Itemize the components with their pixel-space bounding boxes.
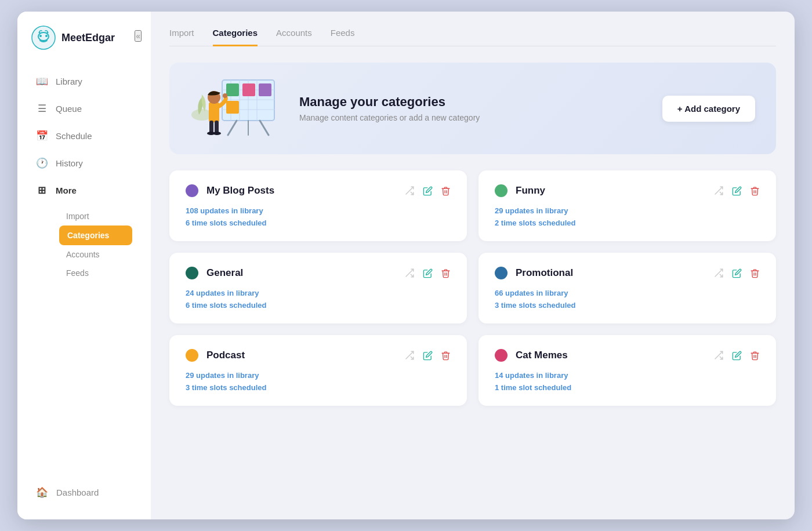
category-updates-my-blog-posts[interactable]: 108 updates in library [186,206,451,215]
tabs-bar: Import Categories Accounts Feeds [169,28,776,46]
svg-rect-16 [242,83,255,96]
more-icon: ⊞ [36,184,48,197]
categories-grid: My Blog Posts [169,170,776,406]
card-title-section-promotional: Promotional [495,267,573,279]
edit-icon-general[interactable] [423,268,433,278]
svg-rect-15 [226,83,239,96]
banner-subtitle: Manage content categories or add a new c… [299,113,662,122]
queue-icon: ☰ [36,103,48,115]
category-name-cat-memes: Cat Memes [516,350,568,361]
card-header-promotional: Promotional [495,267,760,279]
card-actions-promotional [713,268,760,278]
shuffle-icon-promotional[interactable] [713,268,724,278]
category-timeslots-podcast[interactable]: 3 time slots scheduled [186,383,451,392]
sidebar-item-label-history: History [56,158,83,168]
card-title-section-funny: Funny [495,184,545,197]
delete-icon-podcast[interactable] [441,351,451,361]
svg-point-28 [213,132,221,135]
sidebar-item-label-more: More [56,186,77,195]
submenu-item-accounts[interactable]: Accounts [59,245,132,264]
category-card-general: General [169,253,467,323]
sidebar-item-schedule[interactable]: 📅 Schedule [27,123,142,149]
sidebar-item-label-schedule: Schedule [56,131,92,141]
svg-rect-25 [209,121,213,133]
logo-area: MeetEdgar [17,26,151,68]
delete-icon-cat-memes[interactable] [750,351,760,361]
category-timeslots-my-blog-posts[interactable]: 6 time slots scheduled [186,219,451,227]
schedule-icon: 📅 [36,130,48,142]
banner-title: Manage your categories [299,94,662,110]
category-updates-podcast[interactable]: 29 updates in library [186,371,451,380]
sidebar-item-history[interactable]: 🕐 History [27,150,142,176]
svg-rect-26 [215,121,219,133]
category-timeslots-cat-memes[interactable]: 1 time slot scheduled [495,383,760,392]
delete-icon-my-blog-posts[interactable] [441,186,451,196]
tab-accounts[interactable]: Accounts [276,28,312,46]
category-name-general: General [206,267,243,279]
app-container: MeetEdgar « 📖 Library ☰ Queue 📅 Schedule… [17,12,795,519]
edit-icon-my-blog-posts[interactable] [423,186,433,196]
tab-import[interactable]: Import [169,28,194,46]
library-icon: 📖 [36,75,48,88]
category-timeslots-funny[interactable]: 2 time slots scheduled [495,219,760,227]
svg-point-3 [45,35,48,37]
edit-icon-cat-memes[interactable] [732,351,742,361]
svg-point-2 [39,35,42,37]
card-actions-funny [713,186,760,196]
card-header-my-blog-posts: My Blog Posts [186,184,451,197]
submenu-item-categories[interactable]: Categories [59,226,132,245]
category-color-dot-podcast [186,349,198,362]
category-name-funny: Funny [516,185,545,197]
category-card-funny: Funny [478,170,776,241]
category-updates-funny[interactable]: 29 updates in library [495,206,760,215]
sidebar-item-library[interactable]: 📖 Library [27,68,142,94]
edit-icon-podcast[interactable] [423,351,433,361]
card-header-cat-memes: Cat Memes [495,349,760,362]
category-color-dot-cat-memes [495,349,507,362]
history-icon: 🕐 [36,157,48,169]
delete-icon-general[interactable] [441,268,451,278]
shuffle-icon-my-blog-posts[interactable] [404,186,415,196]
submenu-item-feeds[interactable]: Feeds [59,264,132,282]
tab-categories[interactable]: Categories [213,28,258,46]
category-card-cat-memes: Cat Memes [478,335,776,406]
shuffle-icon-general[interactable] [404,268,415,278]
category-updates-general[interactable]: 24 updates in library [186,289,451,297]
category-card-my-blog-posts: My Blog Posts [169,170,467,241]
category-card-promotional: Promotional [478,253,776,323]
logo-text: MeetEdgar [61,32,115,44]
sidebar-item-more[interactable]: ⊞ More [27,177,142,203]
main-content: Import Categories Accounts Feeds [151,12,795,519]
edit-icon-funny[interactable] [732,186,742,196]
card-header-funny: Funny [495,184,760,197]
card-actions-cat-memes [713,350,760,361]
svg-point-0 [32,26,55,49]
add-category-button[interactable]: + Add category [662,96,755,122]
collapse-button[interactable]: « [135,30,142,42]
sidebar-item-label-queue: Queue [56,104,82,114]
category-timeslots-general[interactable]: 6 time slots scheduled [186,301,451,310]
submenu: Import Categories Accounts Feeds [27,205,142,287]
submenu-item-import[interactable]: Import [59,207,132,226]
card-title-section-podcast: Podcast [186,349,245,362]
svg-point-24 [223,93,227,98]
category-timeslots-promotional[interactable]: 3 time slots scheduled [495,301,760,310]
sidebar-item-dashboard[interactable]: 🏠 Dashboard [17,479,151,505]
delete-icon-promotional[interactable] [750,268,760,278]
card-title-section-cat-memes: Cat Memes [495,349,568,362]
sidebar-item-queue[interactable]: ☰ Queue [27,96,142,122]
shuffle-icon-cat-memes[interactable] [713,350,724,361]
card-title-section-my-blog-posts: My Blog Posts [186,184,274,197]
category-updates-cat-memes[interactable]: 14 updates in library [495,371,760,380]
tab-feeds[interactable]: Feeds [331,28,355,46]
delete-icon-funny[interactable] [750,186,760,196]
banner-illustration [190,63,283,138]
category-color-dot-promotional [495,267,507,279]
category-card-podcast: Podcast [169,335,467,406]
edit-icon-promotional[interactable] [732,268,742,278]
shuffle-icon-podcast[interactable] [404,350,415,361]
category-name-podcast: Podcast [206,350,245,361]
shuffle-icon-funny[interactable] [713,186,724,196]
category-updates-promotional[interactable]: 66 updates in library [495,289,760,297]
card-title-section-general: General [186,267,243,279]
